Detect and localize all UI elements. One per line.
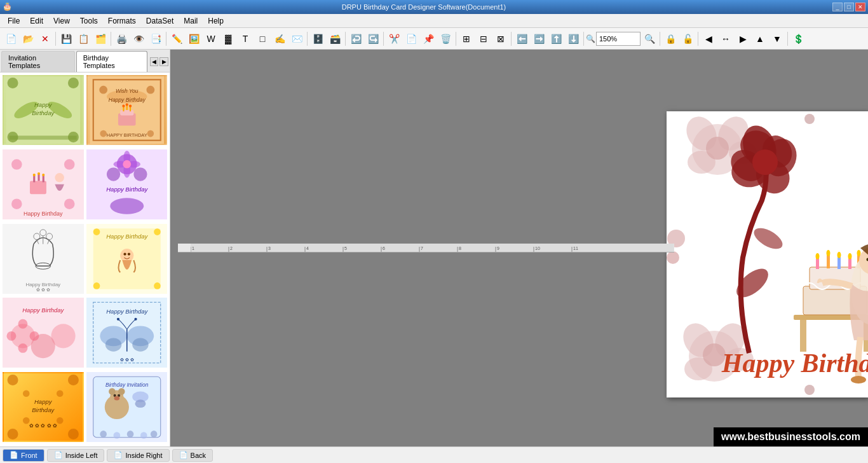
template-2-svg: Wish You Happy Birthday HA: [88, 76, 166, 144]
template-5[interactable]: Happy Birthday ✿ ✿ ✿: [3, 224, 84, 294]
tab-prev-button[interactable]: ◀: [150, 57, 159, 66]
print-button[interactable]: 🖨️: [113, 31, 130, 47]
tab-front[interactable]: 📄 Front: [3, 449, 44, 462]
barcode-button[interactable]: ▓: [220, 31, 236, 47]
menu-file[interactable]: File: [3, 15, 25, 27]
menu-tools[interactable]: Tools: [75, 15, 103, 27]
svg-rect-52: [8, 225, 78, 282]
tab-inside-left[interactable]: 📄 Inside Left: [47, 449, 105, 462]
delete-button[interactable]: 🗑️: [437, 31, 454, 47]
svg-rect-18: [120, 110, 133, 115]
tab-back[interactable]: 📄 Back: [172, 449, 213, 462]
undo-button[interactable]: ↩️: [348, 31, 364, 47]
zoom-out-button[interactable]: 🔍: [641, 31, 658, 47]
menu-edit[interactable]: Edit: [25, 15, 48, 27]
open-button[interactable]: 📂: [20, 31, 36, 47]
align-left-button[interactable]: ⬅️: [513, 31, 530, 47]
move-up-button[interactable]: ▲: [752, 31, 768, 47]
align-right-button[interactable]: ➡️: [531, 31, 547, 47]
tab-birthday[interactable]: Birthday Templates: [76, 51, 147, 72]
sep3: [166, 32, 166, 46]
lock-button[interactable]: 🔒: [662, 31, 679, 47]
menu-help[interactable]: Help: [203, 15, 229, 27]
table-button[interactable]: ⊞: [458, 31, 475, 47]
move-down-button[interactable]: ▼: [769, 31, 785, 47]
sep12: [787, 32, 788, 46]
image-button[interactable]: 🖼️: [186, 31, 202, 47]
template-7-svg: Happy Birthday: [4, 299, 83, 366]
email-button[interactable]: ✉️: [288, 31, 305, 47]
template-3[interactable]: Happy Birthday: [3, 149, 84, 219]
menu-mail[interactable]: Mail: [179, 15, 203, 27]
template-2[interactable]: Wish You Happy Birthday HA: [86, 75, 168, 145]
db-button[interactable]: 🗄️: [309, 31, 326, 47]
paste-button[interactable]: 📌: [420, 31, 437, 47]
ruler-h-svg: 1 2 3 4 5 6 7 8 9 10 11: [191, 244, 674, 252]
wordart-button[interactable]: W: [203, 31, 219, 47]
draw-button[interactable]: ✏️: [168, 31, 185, 47]
close-button[interactable]: ✕: [855, 3, 865, 11]
svg-rect-183: [800, 320, 806, 352]
svg-point-69: [154, 282, 161, 289]
template-10-svg: Birthday Invitation: [88, 373, 166, 441]
svg-text:5: 5: [344, 246, 347, 251]
move-right-button[interactable]: ▶: [735, 31, 751, 47]
menu-formats[interactable]: Formats: [103, 15, 141, 27]
menu-view[interactable]: View: [48, 15, 75, 27]
template-3-svg: [4, 155, 83, 214]
db2-button[interactable]: 🗃️: [327, 31, 343, 47]
print-preview-button[interactable]: 👁️: [130, 31, 147, 47]
svg-point-63: [120, 249, 133, 262]
template-6[interactable]: Happy Birthday: [86, 224, 168, 294]
cut-button[interactable]: ✂️: [386, 31, 402, 47]
tab-invitation[interactable]: Invitation Templates: [1, 51, 75, 72]
tab-inside-right[interactable]: 📄 Inside Right: [107, 449, 169, 462]
menu-dataset[interactable]: DataSet: [141, 15, 179, 27]
zoom-value[interactable]: 150%: [596, 32, 641, 46]
card-canvas[interactable]: Happy Birthday: [667, 111, 868, 397]
template-10[interactable]: Birthday Invitation: [86, 372, 168, 442]
svg-point-111: [135, 400, 146, 408]
align-up-button[interactable]: ⬆️: [548, 31, 564, 47]
template-1[interactable]: Happy Birthday: [3, 75, 84, 145]
template-9[interactable]: Happy Birthday ✿ ✿ ✿ ✿ ✿: [3, 372, 84, 442]
save-as-button[interactable]: 📋: [75, 31, 92, 47]
redo-button[interactable]: ↪️: [365, 31, 381, 47]
flip-h-button[interactable]: ↔: [717, 31, 734, 47]
svg-point-192: [815, 253, 819, 259]
maximize-button[interactable]: □: [844, 3, 854, 11]
bottom-bar: 📄 Front 📄 Inside Left 📄 Inside Right 📄 B…: [0, 446, 868, 463]
close-doc-button[interactable]: ✕: [37, 31, 53, 47]
tab-next-button[interactable]: ▶: [159, 57, 168, 66]
align-down-button[interactable]: ⬇️: [565, 31, 581, 47]
tab-back-label: Back: [191, 452, 206, 459]
template-8[interactable]: Happy Birthday ✿ ✿ ✿: [86, 298, 168, 368]
copy2-button[interactable]: 📄: [403, 31, 419, 47]
table2-button[interactable]: ⊟: [475, 31, 492, 47]
template-4[interactable]: Happy Birthday: [86, 149, 168, 219]
front-icon: 📄: [10, 451, 18, 459]
unlock-button[interactable]: 🔓: [679, 31, 696, 47]
signature-button[interactable]: ✍️: [271, 31, 288, 47]
back-icon: 📄: [179, 451, 188, 459]
text-button[interactable]: T: [237, 31, 254, 47]
textbox-button[interactable]: □: [254, 31, 271, 47]
payment-button[interactable]: 💲: [790, 31, 806, 47]
svg-text:4: 4: [306, 246, 309, 251]
save-button[interactable]: 💾: [58, 31, 74, 47]
move-left-button[interactable]: ◀: [700, 31, 717, 47]
new-button[interactable]: 📄: [3, 31, 19, 47]
copy-button[interactable]: 📑: [147, 31, 164, 47]
minimize-button[interactable]: _: [832, 3, 843, 11]
svg-text:9: 9: [497, 246, 499, 251]
svg-point-170: [804, 114, 815, 124]
svg-text:2: 2: [230, 246, 233, 251]
table3-button[interactable]: ⊠: [492, 31, 509, 47]
svg-point-84: [105, 338, 121, 352]
save-all-button[interactable]: 🗂️: [92, 31, 109, 47]
svg-text:Happy: Happy: [34, 398, 53, 405]
template-7[interactable]: Happy Birthday: [3, 298, 84, 368]
template-9-svg: Happy Birthday ✿ ✿ ✿ ✿ ✿: [4, 373, 83, 441]
svg-point-24: [128, 105, 131, 107]
zoom-in-icon: 🔍: [586, 34, 595, 43]
